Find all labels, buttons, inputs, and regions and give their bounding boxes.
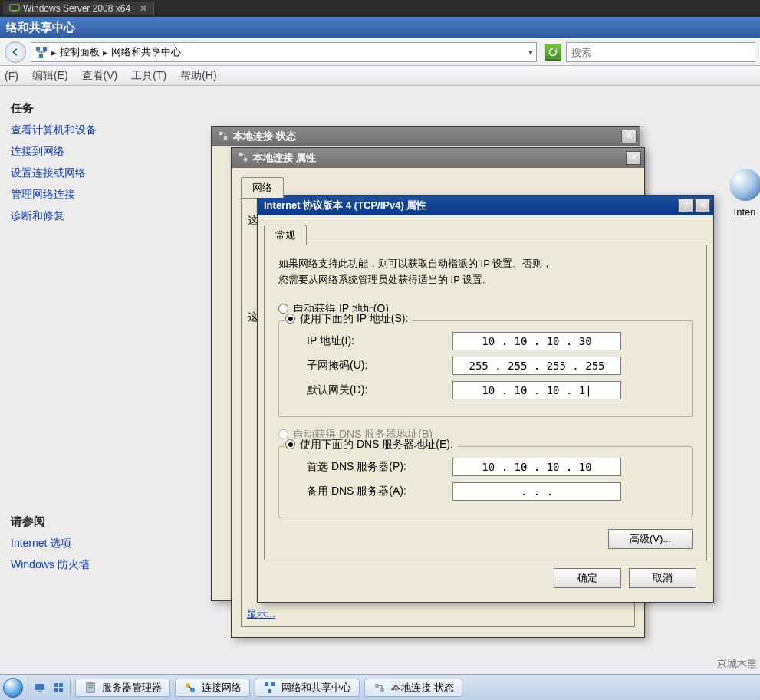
- crumb-network-center[interactable]: 网络和共享中心: [111, 45, 181, 59]
- network-icon: [218, 130, 229, 143]
- label-gateway: 默认网关(D):: [307, 383, 452, 397]
- menu-help[interactable]: 帮助(H): [180, 69, 216, 83]
- dialog-titlebar[interactable]: Internet 协议版本 4 (TCP/IPv4) 属性 ? ✕: [258, 196, 713, 215]
- svg-rect-23: [375, 684, 379, 688]
- internet-globe: Interi: [729, 169, 760, 218]
- breadcrumb[interactable]: ▸ 控制面板 ▸ 网络和共享中心 ▾: [31, 42, 537, 62]
- tasks-header: 任务: [11, 101, 189, 116]
- svg-rect-2: [36, 47, 40, 51]
- svg-rect-21: [271, 682, 275, 686]
- task-link-manage[interactable]: 管理网络连接: [11, 188, 189, 202]
- network-icon: [35, 45, 48, 59]
- dns-alt-input[interactable]: . . .: [452, 482, 621, 501]
- close-button[interactable]: ✕: [695, 199, 710, 212]
- search-input[interactable]: [566, 42, 755, 62]
- network-icon: [373, 681, 387, 695]
- back-button[interactable]: [5, 41, 26, 63]
- task-link-setup[interactable]: 设置连接或网络: [11, 166, 189, 180]
- dialog-titlebar[interactable]: 本地连接 属性 ✕: [232, 148, 644, 168]
- ok-button[interactable]: 确定: [554, 568, 621, 588]
- taskbar-item-connect-network[interactable]: 连接网络: [175, 679, 250, 697]
- svg-rect-20: [265, 682, 268, 686]
- advanced-button[interactable]: 高级(V)...: [608, 529, 693, 549]
- menu-file[interactable]: (F): [5, 70, 18, 82]
- menu-tools[interactable]: 工具(T): [131, 69, 166, 83]
- refresh-button[interactable]: [545, 44, 561, 61]
- radio-icon: [285, 439, 295, 449]
- svg-rect-16: [88, 685, 93, 686]
- tab-general[interactable]: 常规: [264, 225, 307, 245]
- see-also-header: 请参阅: [11, 514, 189, 529]
- taskbar: 服务器管理器 连接网络 网络和共享中心 本地连接 状态: [0, 674, 760, 700]
- globe-label: Interi: [729, 206, 760, 218]
- menu-view[interactable]: 查看(V): [82, 69, 118, 83]
- label-dns-primary: 首选 DNS 服务器(P):: [307, 460, 452, 474]
- monitor-icon: [9, 3, 20, 14]
- svg-rect-1: [12, 12, 16, 13]
- svg-rect-3: [43, 47, 47, 51]
- svg-rect-7: [239, 153, 242, 156]
- taskbar-item-connection-status[interactable]: 本地连接 状态: [364, 679, 462, 697]
- svg-rect-22: [268, 689, 271, 693]
- tab-network[interactable]: 网络: [241, 177, 284, 198]
- dialog-titlebar[interactable]: 本地连接 状态 ✕: [212, 127, 640, 146]
- svg-rect-8: [244, 157, 247, 160]
- svg-rect-10: [38, 691, 42, 692]
- svg-rect-5: [219, 131, 222, 134]
- dropdown-icon[interactable]: ▾: [528, 47, 533, 58]
- quicklaunch-icon[interactable]: [33, 681, 47, 695]
- globe-icon: [729, 169, 760, 201]
- close-icon[interactable]: ✕: [140, 3, 147, 14]
- dialog-title: 本地连接 状态: [233, 130, 296, 143]
- vm-tab-bar: Windows Server 2008 x64 ✕: [0, 0, 760, 17]
- chevron-right-icon: ▸: [51, 47, 57, 58]
- ip-address-input[interactable]: 10 . 10 . 10 . 30: [452, 332, 621, 350]
- start-button[interactable]: [3, 678, 23, 698]
- help-button[interactable]: ?: [678, 199, 693, 212]
- network-icon: [263, 681, 277, 695]
- svg-rect-4: [39, 54, 43, 58]
- radio-icon: [285, 314, 295, 324]
- vm-tab-label: Windows Server 2008 x64: [23, 3, 130, 14]
- see-also-firewall[interactable]: Windows 防火墙: [11, 558, 189, 572]
- dialog-tcpip-properties: Internet 协议版本 4 (TCP/IPv4) 属性 ? ✕ 常规 如果网…: [257, 195, 714, 603]
- task-link-diagnose[interactable]: 诊断和修复: [11, 209, 189, 223]
- gateway-input[interactable]: 10 . 10 . 10 . 1|: [452, 381, 621, 399]
- menu-bar: (F) 编辑(E) 查看(V) 工具(T) 帮助(H): [0, 66, 760, 86]
- dialog-title: 本地连接 属性: [253, 151, 316, 165]
- watermark: 京城木熏: [717, 657, 757, 671]
- svg-rect-9: [35, 684, 44, 690]
- dns-primary-input[interactable]: 10 . 10 . 10 . 10: [452, 458, 621, 476]
- server-icon: [84, 681, 97, 695]
- subnet-mask-input[interactable]: 255 . 255 . 255 . 255: [452, 357, 621, 375]
- quicklaunch-icon[interactable]: [51, 681, 65, 695]
- task-link-view-devices[interactable]: 查看计算机和设备: [11, 123, 189, 137]
- menu-edit[interactable]: 编辑(E): [32, 69, 68, 83]
- crumb-control-panel[interactable]: 控制面板: [60, 45, 100, 59]
- label-dns-alt: 备用 DNS 服务器(A):: [307, 485, 452, 498]
- window-titlebar: 络和共享中心: [0, 17, 760, 38]
- network-icon: [183, 681, 197, 695]
- tasks-sidebar: 任务 查看计算机和设备 连接到网络 设置连接或网络 管理网络连接 诊断和修复 请…: [0, 86, 199, 587]
- taskbar-item-server-manager[interactable]: 服务器管理器: [75, 679, 170, 697]
- address-toolbar: ▸ 控制面板 ▸ 网络和共享中心 ▾: [0, 38, 760, 66]
- chevron-right-icon: ▸: [103, 47, 108, 58]
- show-link[interactable]: 显示...: [247, 607, 275, 621]
- label-subnet: 子网掩码(U):: [307, 359, 452, 373]
- cancel-button[interactable]: 取消: [629, 568, 696, 588]
- vm-tab[interactable]: Windows Server 2008 x64 ✕: [3, 2, 154, 15]
- svg-rect-13: [54, 688, 58, 692]
- radio-manual-ip[interactable]: 使用下面的 IP 地址(S):: [285, 312, 413, 326]
- window-title: 络和共享中心: [6, 21, 75, 35]
- network-icon: [238, 152, 248, 165]
- close-button[interactable]: ✕: [626, 151, 641, 165]
- svg-rect-14: [59, 688, 63, 692]
- svg-rect-11: [54, 683, 58, 687]
- task-link-connect[interactable]: 连接到网络: [11, 145, 189, 159]
- taskbar-item-network-center[interactable]: 网络和共享中心: [255, 679, 360, 697]
- see-also-internet-options[interactable]: Internet 选项: [11, 537, 189, 550]
- close-button[interactable]: ✕: [621, 130, 637, 143]
- radio-manual-dns[interactable]: 使用下面的 DNS 服务器地址(E):: [285, 438, 458, 452]
- info-text: 如果网络支持此功能，则可以获取自动指派的 IP 设置。否则， 您需要从网络系统管…: [278, 256, 693, 288]
- svg-rect-0: [10, 5, 19, 11]
